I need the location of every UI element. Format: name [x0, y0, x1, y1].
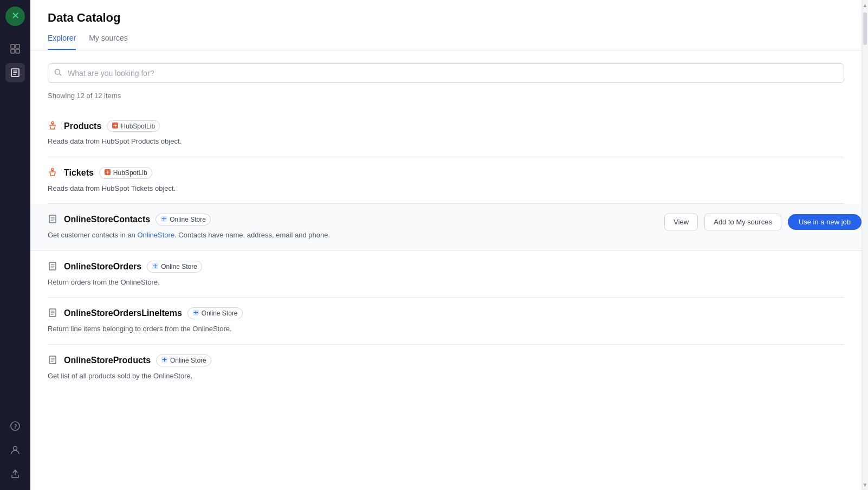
item-tag: HubSpotLib: [107, 120, 160, 132]
tag-icon: [112, 122, 119, 130]
tag-label: HubSpotLib: [113, 169, 147, 177]
item-header: OnlineStoreOrders Online Store: [48, 261, 844, 273]
tag-label: Online Store: [170, 216, 206, 223]
item-description: Return line items belonging to orders fr…: [48, 324, 844, 334]
tag-icon: [192, 309, 199, 318]
sidebar-item-catalog[interactable]: [5, 63, 25, 82]
item-description: Reads data from HubSpot Tickets object.: [48, 183, 844, 194]
list-item: OnlineStoreOrders Online Store Return or…: [48, 251, 844, 298]
item-tag: Online Store: [156, 214, 211, 225]
tag-label: HubSpotLib: [121, 122, 155, 130]
showing-count: Showing 12 of 12 items: [48, 92, 844, 100]
sidebar-item-help[interactable]: [5, 416, 25, 436]
document-icon: [48, 261, 59, 272]
item-tag: Online Store: [147, 261, 202, 273]
item-name: OnlineStoreOrders: [64, 262, 141, 272]
document-icon: [48, 214, 59, 225]
list-item: OnlineStoreOrdersLineItems Online Store …: [48, 298, 844, 345]
tag-icon: [160, 215, 167, 224]
list-item: Tickets HubSpotLib Reads data from HubSp…: [48, 157, 844, 204]
sidebar: ✕: [0, 0, 30, 490]
tag-icon: [161, 356, 168, 365]
item-name: Products: [64, 121, 101, 131]
item-header: OnlineStoreOrdersLineItems Online Store: [48, 307, 844, 319]
svg-point-7: [14, 447, 17, 450]
view-button[interactable]: View: [664, 214, 698, 230]
item-tag: HubSpotLib: [99, 167, 152, 179]
list-item: Products HubSpotLib Reads data from HubS…: [48, 111, 844, 157]
search-wrapper: [48, 63, 844, 83]
tag-icon: [152, 262, 159, 271]
item-description: Return orders from the OnlineStore.: [48, 277, 844, 288]
hubspot-icon: [48, 167, 59, 178]
svg-rect-3: [16, 44, 20, 48]
svg-point-9: [52, 123, 54, 125]
item-name: OnlineStoreContacts: [64, 215, 150, 224]
item-header: Tickets HubSpotLib: [48, 167, 844, 179]
app-logo[interactable]: ✕: [5, 7, 25, 26]
svg-rect-2: [11, 44, 15, 48]
scrollbar[interactable]: ▲ ▼: [861, 0, 868, 490]
item-tag: Online Store: [156, 354, 211, 366]
list-item: OnlineStoreContacts Online Store Get cus…: [30, 204, 861, 251]
svg-point-8: [55, 69, 60, 74]
tag-label: Online Store: [161, 263, 197, 270]
item-header: Products HubSpotLib: [48, 120, 844, 132]
item-description: Get list of all products sold by the Onl…: [48, 371, 844, 382]
list-item: OnlineStoreProducts Online Store Get lis…: [48, 345, 844, 391]
sidebar-item-export[interactable]: [5, 464, 25, 483]
hubspot-icon: [48, 121, 59, 132]
item-tag: Online Store: [187, 307, 243, 319]
svg-rect-5: [16, 49, 20, 53]
sidebar-item-reports[interactable]: [5, 39, 25, 59]
tag-label: Online Store: [202, 310, 238, 317]
document-icon: [48, 308, 59, 319]
item-name: Tickets: [64, 168, 94, 178]
online-store-link[interactable]: OnlineStore: [137, 231, 174, 239]
scroll-track[interactable]: [862, 8, 868, 482]
tag-label: Online Store: [170, 357, 206, 364]
page-header: Data Catalog Explorer My sources: [30, 0, 861, 50]
document-icon: [48, 355, 59, 366]
item-name: OnlineStoreOrdersLineItems: [64, 308, 182, 318]
svg-text:✕: ✕: [11, 10, 20, 21]
sidebar-item-user[interactable]: [5, 440, 25, 460]
scroll-down-arrow[interactable]: ▼: [863, 482, 868, 488]
tab-explorer[interactable]: Explorer: [48, 34, 76, 50]
page-title: Data Catalog: [48, 11, 844, 25]
item-header: OnlineStoreProducts Online Store: [48, 354, 844, 366]
tab-my-sources[interactable]: My sources: [89, 34, 128, 50]
svg-point-11: [52, 170, 54, 171]
item-actions: View Add to My sources Use in a new job: [664, 214, 861, 230]
add-to-my-sources-button[interactable]: Add to My sources: [704, 214, 781, 230]
item-name: OnlineStoreProducts: [64, 356, 151, 365]
search-input[interactable]: [48, 63, 844, 83]
item-description: Reads data from HubSpot Products object.: [48, 136, 844, 147]
scroll-thumb[interactable]: [863, 12, 867, 45]
use-in-new-job-button[interactable]: Use in a new job: [788, 214, 861, 230]
content-area: Showing 12 of 12 items Products: [30, 50, 861, 490]
catalog-list: Products HubSpotLib Reads data from HubS…: [48, 111, 844, 391]
tab-bar: Explorer My sources: [48, 34, 844, 50]
svg-rect-4: [11, 49, 15, 53]
main-panel: Data Catalog Explorer My sources Showing…: [30, 0, 861, 490]
search-icon: [54, 69, 62, 78]
scroll-up-arrow[interactable]: ▲: [863, 2, 868, 8]
tag-icon: [104, 169, 111, 177]
item-description: Get customer contacts in an OnlineStore.…: [48, 230, 844, 241]
svg-point-6: [11, 422, 20, 430]
